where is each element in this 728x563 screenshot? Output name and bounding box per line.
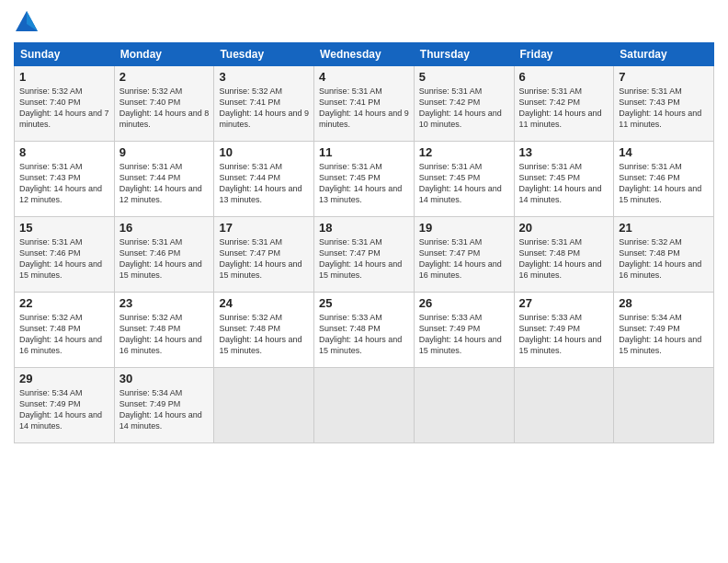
daylight-label: Daylight: 14 hours and 10 minutes. <box>419 109 502 129</box>
sunrise-label: Sunrise: 5:31 AM <box>219 162 282 171</box>
sunrise-label: Sunrise: 5:32 AM <box>619 237 682 247</box>
sunrise-label: Sunrise: 5:31 AM <box>519 237 583 247</box>
calendar-cell: 24 Sunrise: 5:32 AM Sunset: 7:48 PM Dayl… <box>214 293 314 368</box>
day-info: Sunrise: 5:33 AM Sunset: 7:49 PM Dayligh… <box>519 312 609 357</box>
sunset-label: Sunset: 7:43 PM <box>619 98 680 107</box>
calendar-cell: 5 Sunrise: 5:31 AM Sunset: 7:42 PM Dayli… <box>414 66 514 142</box>
calendar-cell: 30 Sunrise: 5:34 AM Sunset: 7:49 PM Dayl… <box>114 368 214 443</box>
calendar-cell <box>414 368 514 443</box>
header-thursday: Thursday <box>414 43 514 66</box>
day-number: 13 <box>519 145 609 159</box>
calendar-cell: 23 Sunrise: 5:32 AM Sunset: 7:48 PM Dayl… <box>114 293 214 368</box>
day-info: Sunrise: 5:34 AM Sunset: 7:49 PM Dayligh… <box>19 387 109 432</box>
day-number: 27 <box>519 296 609 310</box>
calendar-cell: 18 Sunrise: 5:31 AM Sunset: 7:47 PM Dayl… <box>314 217 415 293</box>
day-number: 22 <box>19 296 109 310</box>
day-info: Sunrise: 5:31 AM Sunset: 7:42 PM Dayligh… <box>419 86 509 131</box>
calendar-cell: 8 Sunrise: 5:31 AM Sunset: 7:43 PM Dayli… <box>15 142 115 217</box>
daylight-label: Daylight: 14 hours and 8 minutes. <box>119 109 210 129</box>
calendar-cell: 1 Sunrise: 5:32 AM Sunset: 7:40 PM Dayli… <box>15 66 115 142</box>
day-info: Sunrise: 5:31 AM Sunset: 7:42 PM Dayligh… <box>519 86 609 131</box>
daylight-label: Daylight: 14 hours and 7 minutes. <box>19 109 109 129</box>
daylight-label: Daylight: 14 hours and 14 minutes. <box>519 184 602 204</box>
calendar-cell: 19 Sunrise: 5:31 AM Sunset: 7:47 PM Dayl… <box>414 217 514 293</box>
sunrise-label: Sunrise: 5:32 AM <box>219 313 282 322</box>
calendar-cell <box>314 368 415 443</box>
sunset-label: Sunset: 7:41 PM <box>319 98 381 107</box>
day-number: 24 <box>219 296 309 310</box>
day-number: 12 <box>419 145 509 159</box>
sunrise-label: Sunrise: 5:34 AM <box>19 388 83 397</box>
sunset-label: Sunset: 7:41 PM <box>219 98 280 107</box>
day-info: Sunrise: 5:34 AM Sunset: 7:49 PM Dayligh… <box>619 312 709 357</box>
day-info: Sunrise: 5:32 AM Sunset: 7:40 PM Dayligh… <box>19 86 109 131</box>
sunset-label: Sunset: 7:46 PM <box>19 248 81 258</box>
daylight-label: Daylight: 14 hours and 16 minutes. <box>19 335 102 355</box>
sunset-label: Sunset: 7:46 PM <box>619 173 680 182</box>
sunset-label: Sunset: 7:46 PM <box>119 248 181 258</box>
sunset-label: Sunset: 7:48 PM <box>219 324 280 333</box>
day-number: 19 <box>419 221 509 235</box>
daylight-label: Daylight: 14 hours and 15 minutes. <box>619 335 701 355</box>
daylight-label: Daylight: 14 hours and 13 minutes. <box>219 184 301 204</box>
calendar-header: Sunday Monday Tuesday Wednesday Thursday… <box>15 43 714 66</box>
sunrise-label: Sunrise: 5:31 AM <box>319 162 382 171</box>
daylight-label: Daylight: 14 hours and 9 minutes. <box>319 109 409 129</box>
sunrise-label: Sunrise: 5:32 AM <box>19 86 83 96</box>
sunrise-label: Sunrise: 5:31 AM <box>619 162 682 171</box>
sunset-label: Sunset: 7:48 PM <box>619 248 680 258</box>
daylight-label: Daylight: 14 hours and 15 minutes. <box>319 335 402 355</box>
header-monday: Monday <box>114 43 214 66</box>
sunrise-label: Sunrise: 5:33 AM <box>519 313 583 322</box>
calendar-cell: 20 Sunrise: 5:31 AM Sunset: 7:48 PM Dayl… <box>514 217 614 293</box>
day-number: 15 <box>19 221 109 235</box>
header-sunday: Sunday <box>15 43 115 66</box>
calendar-week-5: 29 Sunrise: 5:34 AM Sunset: 7:49 PM Dayl… <box>15 368 714 443</box>
day-number: 28 <box>619 296 709 310</box>
sunrise-label: Sunrise: 5:31 AM <box>619 86 682 96</box>
sunset-label: Sunset: 7:47 PM <box>419 248 481 258</box>
sunrise-label: Sunrise: 5:31 AM <box>19 162 83 171</box>
day-number: 25 <box>319 296 409 310</box>
calendar-cell: 2 Sunrise: 5:32 AM Sunset: 7:40 PM Dayli… <box>114 66 214 142</box>
day-info: Sunrise: 5:31 AM Sunset: 7:41 PM Dayligh… <box>319 86 409 131</box>
calendar-cell: 13 Sunrise: 5:31 AM Sunset: 7:45 PM Dayl… <box>514 142 614 217</box>
calendar-week-2: 8 Sunrise: 5:31 AM Sunset: 7:43 PM Dayli… <box>15 142 714 217</box>
day-number: 7 <box>619 70 709 84</box>
daylight-label: Daylight: 14 hours and 15 minutes. <box>619 184 701 204</box>
sunrise-label: Sunrise: 5:31 AM <box>419 86 483 96</box>
sunrise-label: Sunrise: 5:34 AM <box>619 313 682 322</box>
calendar-cell: 11 Sunrise: 5:31 AM Sunset: 7:45 PM Dayl… <box>314 142 415 217</box>
daylight-label: Daylight: 14 hours and 11 minutes. <box>619 109 701 129</box>
daylight-label: Daylight: 14 hours and 15 minutes. <box>19 259 102 280</box>
day-info: Sunrise: 5:33 AM Sunset: 7:48 PM Dayligh… <box>319 312 409 357</box>
day-number: 23 <box>119 296 210 310</box>
calendar-cell: 12 Sunrise: 5:31 AM Sunset: 7:45 PM Dayl… <box>414 142 514 217</box>
sunset-label: Sunset: 7:42 PM <box>419 98 481 107</box>
calendar-week-3: 15 Sunrise: 5:31 AM Sunset: 7:46 PM Dayl… <box>15 217 714 293</box>
day-info: Sunrise: 5:31 AM Sunset: 7:48 PM Dayligh… <box>519 236 609 282</box>
sunset-label: Sunset: 7:49 PM <box>419 324 481 333</box>
sunset-label: Sunset: 7:40 PM <box>119 98 181 107</box>
sunset-label: Sunset: 7:44 PM <box>219 173 280 182</box>
daylight-label: Daylight: 14 hours and 15 minutes. <box>319 259 402 280</box>
day-info: Sunrise: 5:32 AM Sunset: 7:48 PM Dayligh… <box>219 312 309 357</box>
calendar-cell: 25 Sunrise: 5:33 AM Sunset: 7:48 PM Dayl… <box>314 293 415 368</box>
calendar-cell: 17 Sunrise: 5:31 AM Sunset: 7:47 PM Dayl… <box>214 217 314 293</box>
day-info: Sunrise: 5:31 AM Sunset: 7:45 PM Dayligh… <box>519 161 609 206</box>
sunrise-label: Sunrise: 5:32 AM <box>219 86 282 96</box>
daylight-label: Daylight: 14 hours and 16 minutes. <box>119 335 202 355</box>
sunset-label: Sunset: 7:49 PM <box>619 324 680 333</box>
day-number: 1 <box>19 70 109 84</box>
sunrise-label: Sunrise: 5:31 AM <box>419 162 483 171</box>
calendar-cell: 7 Sunrise: 5:31 AM Sunset: 7:43 PM Dayli… <box>614 66 714 142</box>
sunrise-label: Sunrise: 5:31 AM <box>319 237 382 247</box>
day-info: Sunrise: 5:31 AM Sunset: 7:47 PM Dayligh… <box>219 236 309 282</box>
daylight-label: Daylight: 14 hours and 12 minutes. <box>119 184 202 204</box>
header <box>14 9 714 35</box>
sunrise-label: Sunrise: 5:31 AM <box>519 86 583 96</box>
header-saturday: Saturday <box>614 43 714 66</box>
day-number: 3 <box>219 70 309 84</box>
day-info: Sunrise: 5:31 AM Sunset: 7:43 PM Dayligh… <box>19 161 109 206</box>
calendar-cell: 26 Sunrise: 5:33 AM Sunset: 7:49 PM Dayl… <box>414 293 514 368</box>
